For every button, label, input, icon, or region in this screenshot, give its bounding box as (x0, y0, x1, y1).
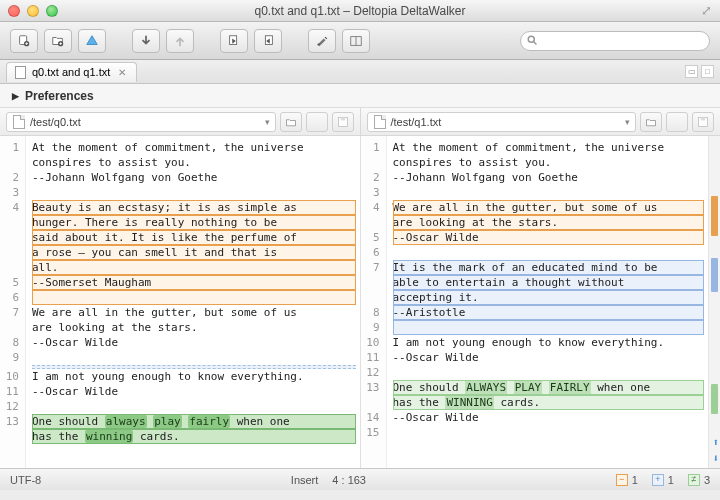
document-icon (15, 66, 26, 79)
status-bar: UTF-8 Insert 4 : 163 −1 +1 ≠3 (0, 468, 720, 490)
prev-diff-button[interactable] (166, 29, 194, 53)
compare-button[interactable] (78, 29, 106, 53)
merge-left-arrow-icon[interactable]: ◀ (360, 260, 361, 275)
removed-count: −1 (616, 474, 638, 486)
new-file-button[interactable] (10, 29, 38, 53)
settings-button[interactable] (308, 29, 336, 53)
main-toolbar (0, 22, 720, 60)
chevron-down-icon: ▾ (265, 117, 270, 127)
svg-rect-11 (340, 117, 345, 120)
svg-line-9 (534, 41, 537, 44)
disclosure-triangle-icon: ▶ (12, 91, 19, 101)
right-file-bar: /test/q1.txt ▾ (360, 108, 721, 136)
changed-count: ≠3 (688, 474, 710, 486)
compare-area: 12345678910111213 At the moment of commi… (0, 136, 720, 468)
file-icon (374, 115, 386, 129)
zoom-window-button[interactable] (46, 5, 58, 17)
right-pane[interactable]: ◀ 123456789101112131415 At the moment of… (360, 136, 721, 468)
merge-left-button[interactable] (220, 29, 248, 53)
svg-point-8 (528, 36, 534, 42)
close-window-button[interactable] (8, 5, 20, 17)
right-code-lines[interactable]: At the moment of commitment, the univers… (387, 136, 709, 468)
layout-button[interactable] (342, 29, 370, 53)
tab-comparison[interactable]: q0.txt and q1.txt ✕ (6, 62, 137, 82)
fullscreen-icon[interactable]: ⤢ (701, 3, 712, 18)
merge-right-button[interactable] (254, 29, 282, 53)
minimize-pane-button[interactable]: ▭ (685, 65, 698, 78)
minimize-window-button[interactable] (27, 5, 39, 17)
maximize-pane-button[interactable]: □ (701, 65, 714, 78)
svg-rect-13 (701, 117, 706, 120)
insert-mode-label: Insert (291, 474, 319, 486)
chevron-down-icon: ▾ (625, 117, 630, 127)
right-line-numbers: 123456789101112131415 (361, 136, 387, 468)
refresh-left-button[interactable] (306, 112, 328, 132)
left-file-path[interactable]: /test/q0.txt ▾ (6, 112, 276, 132)
overview-ruler[interactable] (708, 136, 720, 468)
preferences-label: Preferences (25, 89, 94, 103)
preferences-row[interactable]: ▶ Preferences (0, 84, 720, 108)
window-title: q0.txt and q1.txt – Deltopia DeltaWalker (0, 4, 720, 18)
titlebar: q0.txt and q1.txt – Deltopia DeltaWalker… (0, 0, 720, 22)
scroll-up-icon[interactable]: ⬆ (712, 435, 719, 450)
search-input[interactable] (520, 31, 710, 51)
search-icon (526, 34, 538, 48)
refresh-right-button[interactable] (666, 112, 688, 132)
scroll-down-icon[interactable]: ⬇ (712, 451, 719, 466)
tab-bar: q0.txt and q1.txt ✕ ▭ □ (0, 60, 720, 84)
new-folder-button[interactable] (44, 29, 72, 53)
save-right-button[interactable] (692, 112, 714, 132)
save-left-button[interactable] (332, 112, 354, 132)
file-icon (13, 115, 25, 129)
svg-point-5 (317, 43, 319, 45)
browse-right-button[interactable] (640, 112, 662, 132)
next-diff-button[interactable] (132, 29, 160, 53)
browse-left-button[interactable] (280, 112, 302, 132)
left-code-lines[interactable]: At the moment of commitment, the univers… (26, 136, 360, 468)
cursor-position: 4 : 163 (332, 474, 366, 486)
added-count: +1 (652, 474, 674, 486)
left-line-numbers: 12345678910111213 (0, 136, 26, 468)
left-file-bar: /test/q0.txt ▾ (0, 108, 360, 136)
tab-label: q0.txt and q1.txt (32, 66, 110, 78)
right-file-path[interactable]: /test/q1.txt ▾ (367, 112, 637, 132)
left-pane[interactable]: 12345678910111213 At the moment of commi… (0, 136, 360, 468)
encoding-label: UTF-8 (10, 474, 41, 486)
close-tab-button[interactable]: ✕ (116, 67, 128, 78)
